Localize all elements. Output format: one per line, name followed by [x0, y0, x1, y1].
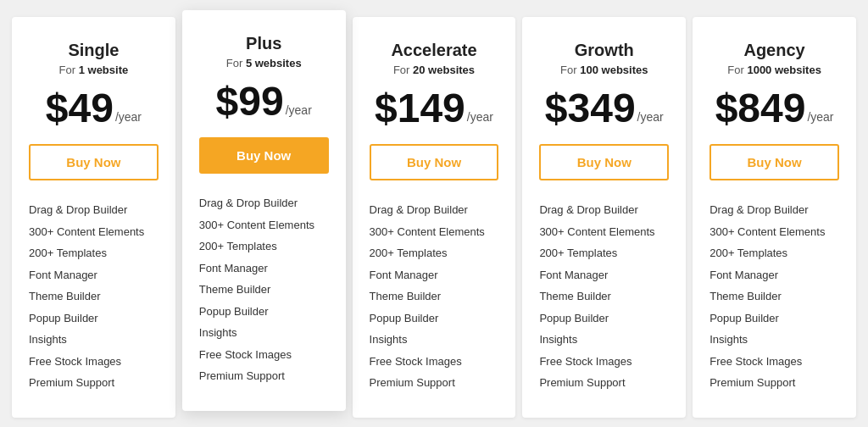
price-amount-growth: $349 [545, 88, 636, 129]
feature-item: Popup Builder [29, 308, 159, 330]
feature-item: Insights [29, 329, 159, 351]
plan-name-growth: Growth [575, 41, 634, 60]
plan-subtitle-agency: For 1000 websites [727, 64, 821, 76]
plan-price-single: $49/year [46, 88, 142, 129]
feature-item: Free Stock Images [199, 344, 329, 366]
buy-btn-plus[interactable]: Buy Now [199, 137, 329, 174]
price-per-plus: /year [286, 103, 312, 117]
plan-subtitle-growth: For 100 websites [560, 64, 648, 76]
plan-price-growth: $349/year [545, 88, 664, 129]
feature-item: Insights [539, 329, 669, 351]
plan-price-plus: $99/year [216, 81, 312, 122]
feature-item: Premium Support [539, 372, 669, 394]
plan-subtitle-accelerate: For 20 websites [393, 64, 475, 76]
feature-item: Drag & Drop Builder [29, 199, 159, 221]
feature-item: 200+ Templates [199, 236, 329, 258]
plan-card-single: SingleFor 1 website$49/yearBuy NowDrag &… [12, 17, 175, 418]
feature-item: Drag & Drop Builder [199, 192, 329, 214]
feature-item: 200+ Templates [370, 242, 499, 264]
price-amount-plus: $99 [216, 81, 284, 122]
price-amount-accelerate: $149 [375, 88, 465, 129]
pricing-container: SingleFor 1 website$49/yearBuy NowDrag &… [8, 17, 860, 418]
price-per-growth: /year [637, 110, 664, 124]
features-list-plus: Drag & Drop Builder300+ Content Elements… [199, 192, 329, 387]
price-per-single: /year [115, 110, 142, 124]
plan-card-accelerate: AccelerateFor 20 websites$149/yearBuy No… [353, 17, 516, 418]
features-list-single: Drag & Drop Builder300+ Content Elements… [29, 199, 159, 394]
plan-price-agency: $849/year [715, 88, 834, 129]
plan-subtitle-plus: For 5 websites [226, 57, 302, 69]
plan-card-growth: GrowthFor 100 websites$349/yearBuy NowDr… [522, 17, 686, 418]
feature-item: Font Manager [709, 264, 839, 286]
buy-btn-growth[interactable]: Buy Now [539, 144, 669, 180]
features-list-agency: Drag & Drop Builder300+ Content Elements… [709, 199, 839, 394]
feature-item: Font Manager [539, 264, 669, 286]
feature-item: Drag & Drop Builder [709, 199, 839, 221]
feature-item: Popup Builder [709, 308, 839, 330]
feature-item: Free Stock Images [539, 351, 669, 373]
feature-item: Premium Support [370, 372, 499, 394]
feature-item: Popup Builder [539, 308, 669, 330]
plan-name-single: Single [68, 41, 119, 60]
feature-item: 300+ Content Elements [539, 221, 669, 243]
feature-item: Premium Support [709, 372, 839, 394]
feature-item: Popup Builder [199, 301, 329, 323]
feature-item: 200+ Templates [709, 242, 839, 264]
feature-item: 300+ Content Elements [709, 221, 839, 243]
feature-item: Premium Support [29, 372, 159, 394]
feature-item: Font Manager [370, 264, 499, 286]
feature-item: Insights [709, 329, 839, 351]
plan-price-accelerate: $149/year [375, 88, 493, 129]
feature-item: Font Manager [199, 258, 329, 280]
plan-subtitle-single: For 1 website [59, 64, 129, 76]
plan-name-agency: Agency [743, 41, 804, 60]
price-per-accelerate: /year [467, 110, 493, 124]
feature-item: Theme Builder [709, 286, 839, 308]
feature-item: Free Stock Images [29, 351, 159, 373]
feature-item: 200+ Templates [29, 242, 159, 264]
feature-item: 200+ Templates [539, 242, 669, 264]
feature-item: Free Stock Images [709, 351, 839, 373]
feature-item: Theme Builder [199, 279, 329, 301]
feature-item: Insights [199, 322, 329, 344]
features-list-growth: Drag & Drop Builder300+ Content Elements… [539, 199, 669, 394]
feature-item: 300+ Content Elements [199, 214, 329, 236]
feature-item: 300+ Content Elements [29, 221, 159, 243]
price-amount-single: $49 [46, 88, 114, 129]
buy-btn-agency[interactable]: Buy Now [709, 144, 839, 180]
plan-card-agency: AgencyFor 1000 websites$849/yearBuy NowD… [693, 17, 856, 418]
feature-item: Drag & Drop Builder [539, 199, 669, 221]
feature-item: Font Manager [29, 264, 159, 286]
feature-item: Theme Builder [29, 286, 159, 308]
features-list-accelerate: Drag & Drop Builder300+ Content Elements… [370, 199, 499, 394]
plan-name-plus: Plus [246, 34, 281, 53]
feature-item: Premium Support [199, 365, 329, 387]
price-amount-agency: $849 [715, 88, 806, 129]
plan-card-plus: PlusFor 5 websites$99/yearBuy NowDrag & … [182, 10, 346, 411]
plan-name-accelerate: Accelerate [391, 41, 476, 60]
feature-item: Theme Builder [370, 286, 499, 308]
feature-item: Insights [370, 329, 499, 351]
feature-item: Popup Builder [370, 308, 499, 330]
feature-item: Theme Builder [539, 286, 669, 308]
feature-item: 300+ Content Elements [370, 221, 499, 243]
price-per-agency: /year [807, 110, 833, 124]
buy-btn-single[interactable]: Buy Now [29, 144, 159, 180]
buy-btn-accelerate[interactable]: Buy Now [370, 144, 499, 180]
feature-item: Drag & Drop Builder [370, 199, 499, 221]
feature-item: Free Stock Images [370, 351, 499, 373]
